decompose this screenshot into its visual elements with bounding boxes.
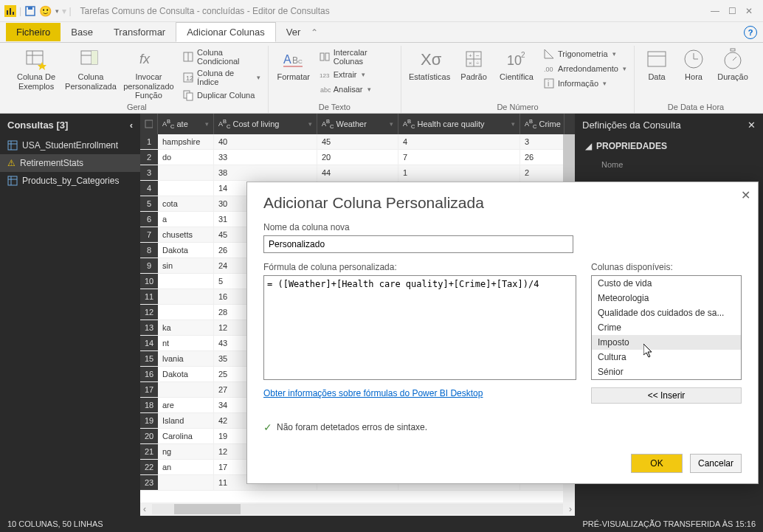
cell[interactable]: sin: [158, 258, 214, 273]
cell[interactable]: are: [158, 398, 214, 412]
cell[interactable]: 45: [317, 134, 398, 149]
help-icon[interactable]: ?: [744, 26, 757, 39]
invoke-function-button[interactable]: fx Invocar personalizado Função: [121, 46, 176, 100]
cell[interactable]: [158, 289, 214, 304]
cell[interactable]: 4: [398, 134, 520, 149]
minimize-icon[interactable]: —: [711, 6, 719, 16]
tab-file[interactable]: Ficheiro: [6, 23, 61, 41]
close-icon[interactable]: ✕: [745, 6, 753, 16]
cell[interactable]: 33: [214, 150, 317, 165]
cell[interactable]: [158, 305, 214, 319]
duration-button[interactable]: Duração: [714, 46, 751, 82]
conditional-column-button[interactable]: Coluna Condicional: [181, 47, 262, 66]
cell[interactable]: 20: [317, 150, 398, 165]
scroll-right-icon[interactable]: ›: [569, 504, 572, 514]
scroll-left-icon[interactable]: ‹: [143, 504, 146, 514]
list-item[interactable]: Sénior: [592, 365, 741, 379]
list-item[interactable]: Crime: [592, 320, 741, 335]
cell[interactable]: an: [158, 460, 214, 474]
cell[interactable]: [158, 475, 214, 490]
column-header[interactable]: ABCHealth care quality▾: [398, 114, 520, 134]
learn-link[interactable]: Obter informações sobre fórmulas do Powe…: [263, 388, 483, 398]
statistics-button[interactable]: Χσ Estatísticas: [407, 46, 452, 82]
parse-button[interactable]: abcAnalisar▾: [317, 83, 395, 96]
tab-add-columns[interactable]: Adicionar Colunas: [176, 22, 276, 42]
index-column-button[interactable]: 12Coluna de Índice▾: [181, 68, 262, 87]
cell[interactable]: do: [158, 150, 214, 165]
row-corner[interactable]: [140, 114, 158, 134]
column-header[interactable]: ABCWeather▾: [317, 114, 398, 134]
maximize-icon[interactable]: ☐: [728, 6, 736, 16]
formula-input[interactable]: [263, 275, 576, 380]
rounding-button[interactable]: .00Arredondamento▾: [542, 62, 628, 75]
scrollbar-thumb[interactable]: [174, 504, 241, 514]
column-header[interactable]: ABCCrime: [520, 114, 565, 134]
standard-button[interactable]: +−×÷ Padrão: [456, 46, 491, 82]
query-item[interactable]: ⚠ RetirementStats: [0, 154, 140, 172]
column-header[interactable]: ABCate▾: [158, 114, 214, 134]
cell[interactable]: Dakota: [158, 367, 214, 381]
cell[interactable]: chusetts: [158, 227, 214, 242]
trigonometry-button[interactable]: Trigonometria▾: [542, 47, 628, 61]
close-icon[interactable]: ✕: [748, 120, 756, 131]
information-button[interactable]: iInformação▾: [542, 77, 628, 90]
list-item[interactable]: Cultura: [592, 350, 741, 365]
tab-home[interactable]: Base: [61, 23, 103, 41]
dialog-close-icon[interactable]: ✕: [741, 188, 750, 202]
smiley-icon[interactable]: 🙂: [39, 5, 51, 17]
cell[interactable]: 7: [398, 150, 520, 165]
insert-button[interactable]: << Inserir: [591, 387, 742, 404]
cell[interactable]: [158, 382, 214, 397]
duplicate-column-button[interactable]: Duplicar Coluna: [181, 89, 262, 102]
column-from-examples-button[interactable]: Coluna De Exemplos: [12, 46, 61, 91]
tab-transform[interactable]: Transformar: [103, 23, 176, 41]
cell[interactable]: 26: [520, 150, 565, 165]
available-columns-list[interactable]: Custo de vidaMeteorologiaQualidade dos c…: [591, 275, 742, 380]
query-item[interactable]: Products_by_Categories: [0, 172, 140, 190]
cell[interactable]: 40: [214, 134, 317, 149]
cancel-button[interactable]: Cancelar: [690, 454, 742, 473]
list-item[interactable]: Qualidade dos cuidados de sa...: [592, 305, 741, 320]
cell[interactable]: 38: [214, 165, 317, 180]
cell[interactable]: 44: [317, 165, 398, 180]
query-item[interactable]: USA_StudentEnrollment: [0, 137, 140, 154]
cell[interactable]: a: [158, 212, 214, 227]
cell[interactable]: Carolina: [158, 429, 214, 443]
time-button[interactable]: Hora: [677, 46, 710, 82]
table-row[interactable]: 2 do 33 20 7 26: [140, 150, 575, 165]
cell[interactable]: cota: [158, 196, 214, 211]
cell[interactable]: lvania: [158, 351, 214, 366]
cell[interactable]: [158, 274, 214, 289]
cell[interactable]: Island: [158, 413, 214, 428]
table-row[interactable]: 3 38 44 1 2: [140, 165, 575, 181]
tab-view[interactable]: Ver: [276, 23, 311, 41]
list-item[interactable]: Custo de vida: [592, 276, 741, 291]
expander-icon[interactable]: ◢: [585, 141, 592, 151]
list-item[interactable]: Imposto: [592, 335, 741, 350]
list-item[interactable]: Meteorologia: [592, 291, 741, 305]
cell[interactable]: 3: [520, 134, 565, 149]
save-icon[interactable]: [24, 5, 36, 17]
cell[interactable]: [158, 165, 214, 180]
cell[interactable]: Dakota: [158, 243, 214, 258]
cell[interactable]: [158, 181, 214, 196]
new-column-name-input[interactable]: [263, 235, 573, 253]
column-header[interactable]: ABCCost of living▾: [214, 114, 317, 134]
extract-button[interactable]: 123Extrair▾: [317, 68, 395, 81]
cell[interactable]: ka: [158, 320, 214, 335]
cell[interactable]: ng: [158, 444, 214, 459]
date-button[interactable]: Data: [641, 46, 673, 82]
custom-column-button[interactable]: Coluna Personalizada: [65, 46, 117, 91]
cell[interactable]: hampshire: [158, 134, 214, 149]
scientific-button[interactable]: 102 Científica: [496, 46, 537, 82]
cell[interactable]: nt: [158, 336, 214, 350]
format-button[interactable]: ABC Formatar: [275, 46, 313, 82]
ok-button[interactable]: OK: [631, 454, 683, 473]
table-row[interactable]: 1 hampshire 40 45 4 3: [140, 134, 575, 150]
cell[interactable]: 2: [520, 165, 565, 180]
merge-columns-button[interactable]: Intercalar Colunas: [317, 47, 395, 66]
qat-dropdown-icon[interactable]: ▾: [55, 7, 59, 15]
ribbon-collapse-icon[interactable]: ⌃: [311, 27, 318, 38]
collapse-icon[interactable]: ‹: [130, 120, 133, 131]
cell[interactable]: 1: [398, 165, 520, 180]
